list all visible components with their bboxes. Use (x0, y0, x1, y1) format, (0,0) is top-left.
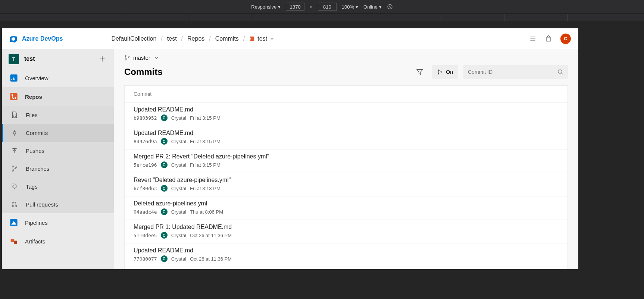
svg-rect-14 (11, 239, 14, 242)
graph-toggle[interactable]: On (432, 65, 458, 79)
add-button[interactable] (97, 54, 107, 64)
rotate-icon[interactable] (387, 4, 393, 10)
avatar[interactable]: C (560, 34, 571, 44)
repo-icon (249, 36, 255, 42)
commit-row[interactable]: Updated README.mdb9803952CCrystalFri at … (125, 103, 568, 126)
svg-point-5 (13, 132, 16, 134)
sidebar-item-label: Repos (25, 94, 42, 100)
repos-icon (9, 92, 18, 101)
chevron-down-icon (269, 36, 275, 41)
commit-time: Fri at 3:13 PM (190, 186, 221, 191)
commit-time: Fri at 3:15 PM (190, 162, 221, 168)
commit-title: Updated README.md (134, 247, 559, 254)
bag-icon[interactable] (545, 35, 552, 43)
branch-name: master (133, 54, 150, 61)
page-viewport: Azure DevOps DefaultCollection / test / … (2, 28, 578, 269)
breadcrumb-page[interactable]: Commits (215, 35, 239, 42)
author-badge: C (161, 138, 168, 145)
breadcrumb-sep: / (161, 35, 162, 42)
commit-time: Oct 26 at 11:36 PM (190, 256, 232, 262)
graph-icon (437, 69, 443, 75)
sidebar-item-pushes[interactable]: Pushes (2, 142, 114, 160)
commit-meta: 6cf80d63CCrystalFri at 3:13 PM (134, 185, 559, 192)
svg-point-4 (15, 97, 16, 99)
commit-search[interactable] (463, 65, 568, 79)
breadcrumb-sep: / (209, 35, 210, 42)
commit-author: Crystal (171, 256, 186, 262)
graph-toggle-label: On (446, 69, 453, 75)
commit-row[interactable]: Updated README.md77080077CCrystalOct 26 … (125, 243, 568, 267)
ruler (0, 13, 644, 21)
commit-title: Updated README.md (134, 130, 559, 136)
commit-author: Crystal (171, 162, 186, 168)
commit-meta: b9803952CCrystalFri at 3:15 PM (134, 114, 559, 121)
sidebar-item-pipelines[interactable]: Pipelines (2, 213, 114, 232)
svg-point-9 (13, 185, 14, 186)
commit-hash: 77080077 (134, 256, 157, 262)
commit-row[interactable]: Revert "Deleted azure-pipelines.yml"6cf8… (125, 173, 568, 196)
breadcrumb-sep: / (243, 35, 245, 42)
breadcrumb-area[interactable]: Repos (187, 35, 204, 42)
sidebar-item-branches[interactable]: Branches (2, 160, 114, 177)
commit-hash: 6cf80d63 (134, 186, 157, 191)
author-badge: C (161, 114, 168, 121)
sidebar-item-tags[interactable]: Tags (2, 177, 114, 195)
sidebar-item-label: Files (26, 112, 38, 118)
project-row[interactable]: T test (2, 49, 114, 69)
list-icon[interactable] (529, 35, 537, 43)
commit-time: Thu at 8:06 PM (190, 209, 223, 215)
branch-icon (10, 164, 19, 173)
commit-hash: 84976d9a (134, 139, 157, 144)
device-dropdown[interactable]: Responsive▾ (251, 4, 281, 10)
product-logo[interactable]: Azure DevOps (9, 34, 63, 43)
commit-time: Fri at 3:15 PM (190, 115, 221, 121)
height-input[interactable] (318, 3, 337, 11)
artifacts-icon (9, 237, 18, 246)
author-badge: C (161, 255, 168, 262)
commit-time: Fri at 3:15 PM (190, 139, 221, 144)
commit-meta: 77080077CCrystalOct 26 at 11:36 PM (134, 255, 559, 262)
sidebar-item-repos[interactable]: Repos (2, 87, 114, 106)
sidebar-item-files[interactable]: Files (2, 106, 114, 124)
filter-button[interactable] (413, 65, 426, 79)
product-name: Azure DevOps (22, 35, 63, 42)
dim-separator: × (310, 4, 313, 10)
commit-meta: 5efce196CCrystalFri at 3:15 PM (134, 161, 559, 168)
author-badge: C (161, 161, 168, 168)
commit-row[interactable]: Merged PR 1: Updated README.md5110dee5CC… (125, 220, 568, 243)
branch-selector[interactable]: master (114, 49, 578, 65)
topbar-right: C (529, 34, 571, 44)
sidebar-item-artifacts[interactable]: Artifacts (2, 232, 114, 251)
search-input[interactable] (468, 69, 557, 75)
width-input[interactable] (286, 3, 304, 11)
sidebar-item-label: Pipelines (25, 220, 48, 226)
commit-row[interactable]: Updated README.md84976d9aCCrystalFri at … (125, 126, 568, 150)
commit-hash: 5110dee5 (134, 233, 157, 238)
author-badge: C (161, 208, 168, 215)
tag-icon (10, 182, 19, 191)
chevron-down-icon (153, 55, 159, 61)
sidebar-item-commits[interactable]: Commits (2, 124, 114, 142)
breadcrumb-project[interactable]: test (167, 35, 177, 42)
zoom-dropdown[interactable]: 100%▾ (342, 4, 358, 10)
sidebar-item-overview[interactable]: Overview (2, 69, 114, 87)
commit-row[interactable]: Merged PR 2: Revert "Deleted azure-pipel… (125, 150, 568, 173)
sidebar-item-pull-requests[interactable]: Pull requests (2, 195, 114, 213)
sidebar-item-label: Artifacts (25, 238, 45, 245)
project-name: test (24, 56, 92, 62)
breadcrumb-collection[interactable]: DefaultCollection (111, 35, 156, 42)
pipelines-icon (9, 218, 18, 227)
svg-rect-15 (14, 241, 17, 244)
commit-row[interactable]: Deleted azure-pipelines.yml04aadc4eCCrys… (125, 196, 568, 220)
commit-time: Oct 26 at 11:36 PM (190, 233, 232, 238)
commit-author: Crystal (171, 209, 186, 215)
commit-hash: b9803952 (134, 115, 157, 121)
network-dropdown[interactable]: Online▾ (363, 4, 382, 10)
commit-author: Crystal (171, 115, 186, 121)
breadcrumb-repo[interactable]: test (249, 35, 275, 42)
breadcrumb: DefaultCollection / test / Repos / Commi… (111, 35, 275, 42)
commit-author: Crystal (171, 139, 186, 144)
commits-panel: Commit Updated README.mdb9803952CCrystal… (124, 85, 568, 269)
svg-rect-1 (10, 74, 17, 81)
commit-meta: 04aadc4eCCrystalThu at 8:06 PM (134, 208, 559, 215)
